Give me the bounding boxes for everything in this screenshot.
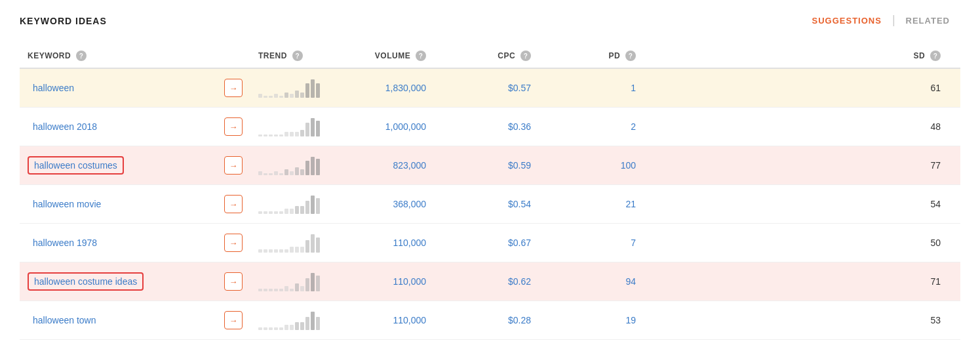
trend-help-icon[interactable]: ? [292,51,303,61]
trend-sparkline [258,78,321,98]
volume-cell: 823,000 [329,146,434,185]
trend-bar [279,173,283,175]
arrow-button[interactable]: → [224,272,243,291]
trend-bar [284,132,288,136]
trend-sparkline [258,233,321,253]
header-tabs: SUGGESTIONS | RELATED [802,13,960,28]
col-sd: SD ? [644,44,960,68]
table-row: halloween 1978→110,000$0.67750 [20,224,960,262]
table-row: halloween costumes→823,000$0.5910077 [20,146,960,185]
trend-bar [279,249,283,253]
trend-bar [284,325,288,330]
trend-bar [316,317,320,330]
arrow-cell: → [216,262,250,301]
trend-cell [250,108,329,146]
trend-bar [305,201,309,214]
keyword-cell: halloween costume ideas [20,262,216,301]
keyword-text: halloween 1978 [28,235,102,251]
trend-bar [264,211,267,214]
arrow-button[interactable]: → [224,195,243,213]
trend-bar [284,93,288,98]
cpc-cell: $0.57 [434,68,539,108]
trend-bar [311,312,315,330]
trend-bar [316,159,320,175]
trend-cell [250,262,329,301]
trend-bar [258,289,262,291]
trend-bar [264,327,267,330]
arrow-cell: → [216,185,250,224]
sd-cell: 77 [644,146,960,185]
table-row: halloween costume ideas→110,000$0.629471 [20,262,960,301]
trend-bar [300,93,304,98]
sd-cell: 54 [644,185,960,224]
trend-bar [305,83,309,98]
trend-bar [290,289,294,291]
col-cpc: CPC ? [434,44,539,68]
trend-bar [316,198,320,214]
trend-bar [274,171,278,175]
trend-bar [264,173,267,175]
trend-bar [269,173,273,175]
trend-sparkline [258,117,321,136]
trend-bar [258,94,262,98]
trend-bar [269,96,273,98]
trend-sparkline [258,194,321,214]
tab-suggestions[interactable]: SUGGESTIONS [802,13,892,28]
trend-bar [264,289,267,291]
arrow-button[interactable]: → [224,234,243,252]
trend-bar [305,278,309,291]
pd-cell: 19 [539,301,644,340]
trend-bar [316,83,320,98]
keyword-cell: halloween 2018 [20,108,216,146]
volume-help-icon[interactable]: ? [416,51,426,61]
arrow-cell: → [216,146,250,185]
arrow-button[interactable]: → [224,79,243,97]
trend-bar [295,132,299,136]
trend-cell [250,185,329,224]
keyword-text: halloween movie [28,196,106,212]
trend-bar [284,169,288,175]
trend-bar [295,247,299,253]
arrow-button[interactable]: → [224,311,243,329]
trend-bar [311,79,315,98]
trend-bar [300,322,304,330]
pd-cell: 1 [539,68,644,108]
keyword-highlighted-text: halloween costumes [28,156,124,175]
volume-cell: 1,000,000 [329,108,434,146]
sd-cell: 53 [644,301,960,340]
tab-related[interactable]: RELATED [895,13,960,28]
keyword-ideas-panel: KEYWORD IDEAS SUGGESTIONS | RELATED KEYW… [0,0,980,353]
volume-cell: 368,000 [329,185,434,224]
col-arrow [216,44,250,68]
arrow-cell: → [216,108,250,146]
arrow-cell: → [216,224,250,262]
trend-bar [290,132,294,136]
trend-bar [295,322,299,330]
arrow-button[interactable]: → [224,117,243,136]
trend-bar [279,211,283,214]
trend-bar [290,247,294,253]
arrow-button[interactable]: → [224,156,243,175]
table-row: halloween movie→368,000$0.542154 [20,185,960,224]
keyword-cell: halloween town [20,301,216,340]
pd-help-icon[interactable]: ? [625,51,636,61]
pd-cell: 21 [539,185,644,224]
trend-bar [269,211,273,214]
volume-cell: 1,830,000 [329,68,434,108]
keyword-cell: halloween costumes [20,146,216,185]
arrow-cell: → [216,301,250,340]
table-row: halloween 2018→1,000,000$0.36248 [20,108,960,146]
cpc-help-icon[interactable]: ? [520,51,531,61]
trend-bar [274,289,278,291]
pd-cell: 2 [539,108,644,146]
sd-cell: 61 [644,68,960,108]
panel-title: KEYWORD IDEAS [20,16,107,26]
col-trend: TREND ? [250,44,329,68]
panel-header: KEYWORD IDEAS SUGGESTIONS | RELATED [20,13,960,28]
trend-bar [269,289,273,291]
col-volume: VOLUME ? [329,44,434,68]
keyword-help-icon[interactable]: ? [76,51,87,61]
sd-help-icon[interactable]: ? [930,51,941,61]
trend-bar [258,249,262,253]
trend-sparkline [258,310,321,330]
